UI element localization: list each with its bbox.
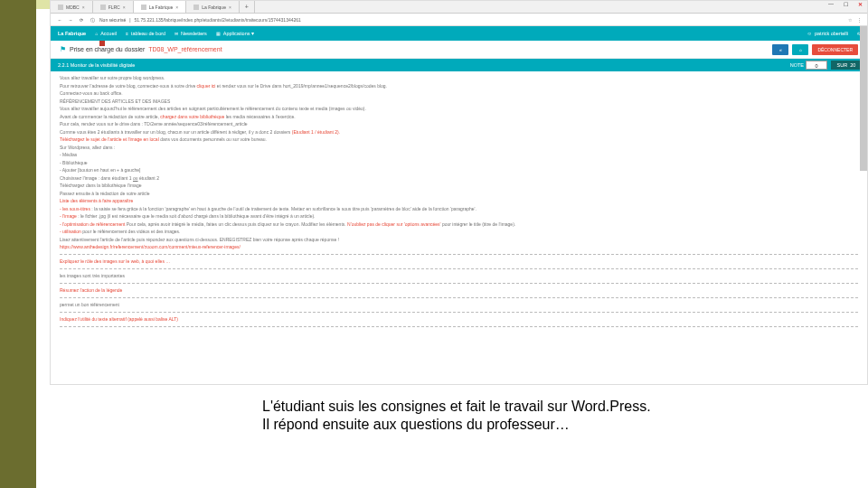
text-line: Lisez attentivement l'article de l'artic… (60, 237, 858, 243)
divider (60, 326, 858, 327)
window-close-button[interactable]: ✕ (853, 1, 867, 13)
nav-tableau[interactable]: ≡tableau de bord (126, 31, 165, 36)
text-line: - utilisation pour le référencement des … (60, 229, 858, 235)
answer-2[interactable]: permet un bon référencement (60, 302, 858, 308)
section-number: 2.2.1 (58, 62, 69, 68)
flag-icon: ⚑ (60, 45, 66, 53)
text-line: Téléchargez le sujet de l'article et l'i… (60, 136, 858, 143)
text-line: - Médias (60, 152, 858, 158)
browser-tab-2[interactable]: La Fabrique× (134, 1, 187, 13)
close-tab-icon[interactable]: × (123, 5, 126, 10)
text-line: Choisissez l'image : dans étudiant 1 ou … (60, 175, 858, 182)
divider (60, 297, 858, 298)
divider (60, 268, 858, 269)
question-1: Expliquez le rôle des images sur le web,… (60, 258, 858, 265)
app-brand[interactable]: La Fabrique (58, 31, 86, 36)
caption-line-1: L'étudiant suis les consignes et fait le… (262, 398, 769, 416)
nav-label: Newsletters (181, 31, 207, 36)
link-drive[interactable]: cliquer ici (197, 83, 216, 89)
bookmark-star-icon[interactable]: ☆ (848, 17, 852, 23)
new-tab-button[interactable]: + (240, 1, 255, 13)
text-line: Vous allez travailler sur votre propre b… (60, 75, 858, 81)
divider (60, 312, 858, 313)
text-line: - l'optimisation de référencement Pour c… (60, 221, 858, 228)
section-title: Monitor de la visibilité digitale (71, 62, 136, 68)
question-2: Résumez l'action de la légende (60, 287, 858, 294)
external-link[interactable]: https://www.anthedesign.fr/referencement… (60, 244, 858, 250)
disconnect-button[interactable]: DÉCONNECTER (812, 44, 858, 55)
nav-forward-button[interactable]: → (67, 17, 74, 23)
tab-label: La Fabrique (149, 5, 174, 10)
mail-icon: ✉ (175, 31, 178, 36)
favicon (100, 5, 106, 10)
browser-tab-1[interactable]: FLRC× (93, 1, 134, 13)
close-tab-icon[interactable]: × (175, 5, 178, 10)
page-title-bar: ⚑ Prise en charge du dossier TD08_WP_réf… (51, 41, 867, 59)
browser-menu-icon[interactable]: ⋮ (857, 17, 862, 23)
nav-reload-button[interactable]: ⟳ (78, 17, 85, 23)
window-controls: — ☐ ✕ (824, 1, 867, 13)
app-top-nav: La Fabrique ⌂Accueil ≡tableau de bord ✉N… (51, 26, 867, 41)
note-input[interactable]: 0 (806, 61, 827, 70)
lesson-content: Vous allez travailler sur votre propre b… (51, 71, 867, 336)
text-line: Comme vous êtes 2 étudiants à travailler… (60, 129, 858, 136)
text-line: Avant de commencer la rédaction de votre… (60, 114, 858, 120)
page-title-name: TD08_WP_référencement (148, 46, 222, 52)
search-button[interactable]: ⌕ (792, 44, 808, 55)
nav-label: Applications ▾ (223, 31, 254, 36)
note-label: NOTE (790, 62, 804, 68)
nav-newsletters[interactable]: ✉Newsletters (175, 31, 207, 36)
apps-icon: ▦ (216, 31, 221, 36)
user-menu[interactable]: ☺patrick obertelli (807, 31, 848, 36)
text-line: Passez ensuite à la rédaction de votre a… (60, 191, 858, 197)
user-icon: ☺ (807, 31, 812, 36)
slide-caption: L'étudiant suis les consignes et fait le… (262, 398, 769, 434)
text-line: - les sous-titres : la saisie se fera gr… (60, 206, 858, 212)
window-maximize-button[interactable]: ☐ (838, 1, 853, 13)
nav-applications[interactable]: ▦Applications ▾ (216, 31, 254, 36)
question-3: Indiquez l'utilité du texte alternatif (… (60, 316, 858, 323)
answer-1[interactable]: les images sont très importantes (60, 273, 858, 279)
browser-tab-strip: MDBC× FLRC× La Fabrique× La Fabrique× + … (51, 1, 867, 14)
favicon (193, 5, 199, 10)
favicon (141, 5, 146, 10)
section-header: 2.2.1 Monitor de la visibilité digitale … (51, 59, 867, 71)
close-tab-icon[interactable]: × (82, 5, 85, 10)
course-color-badge (99, 41, 105, 46)
address-bar: ← → ⟳ ⓘ Non sécurisé | 51.75.221.135/fab… (51, 14, 867, 26)
text-line: Pour retrouver l'adresse de votre blog, … (60, 83, 858, 89)
insecure-label: Non sécurisé (99, 17, 126, 23)
tab-label: La Fabrique (202, 5, 226, 10)
nav-back-button[interactable]: ← (56, 17, 63, 23)
scrollbar[interactable] (860, 26, 867, 384)
window-minimize-button[interactable]: — (824, 1, 838, 13)
text-line: Connectez-vous au back office. (60, 90, 858, 97)
site-info-icon[interactable]: ⓘ (89, 17, 96, 23)
page-title-prefix: Prise en charge du dossier (70, 46, 145, 52)
browser-tab-3[interactable]: La Fabrique× (186, 1, 240, 13)
text-subheading: Liste des éléments à faire apparaître (60, 198, 858, 204)
nav-label: tableau de bord (131, 31, 165, 36)
text-line: - l'image : le fichier .jpg (il est néce… (60, 213, 858, 220)
divider (60, 254, 858, 255)
home-icon: ⌂ (95, 31, 98, 36)
tab-label: FLRC (108, 5, 120, 10)
scroll-thumb[interactable] (860, 26, 867, 171)
note-max: SUR 20 (831, 61, 862, 70)
favicon (58, 5, 63, 10)
nav-accueil[interactable]: ⌂Accueil (95, 31, 117, 36)
link-biblio[interactable]: chargez dans votre bibliothèque (160, 114, 224, 119)
text-line: Sur Wordpress, allez dans : (60, 145, 858, 151)
divider (60, 283, 858, 284)
text-line: - Bibliothèque (60, 160, 858, 166)
dashboard-icon: ≡ (126, 31, 128, 36)
caption-line-2: Il répond ensuite aux questions du profe… (262, 416, 769, 434)
url-field[interactable]: 51.75.221.135/fabrique/index.php/etudian… (135, 17, 301, 23)
back-button[interactable]: « (772, 44, 788, 55)
tab-label: MDBC (66, 5, 80, 10)
close-tab-icon[interactable]: × (229, 5, 231, 10)
browser-tab-0[interactable]: MDBC× (51, 1, 93, 13)
text-line: - Ajouter [bouton en haut en + à gauche] (60, 167, 858, 174)
text-line: Téléchargez dans la bibliothèque l'image (60, 183, 858, 189)
user-name: patrick obertelli (815, 31, 848, 36)
